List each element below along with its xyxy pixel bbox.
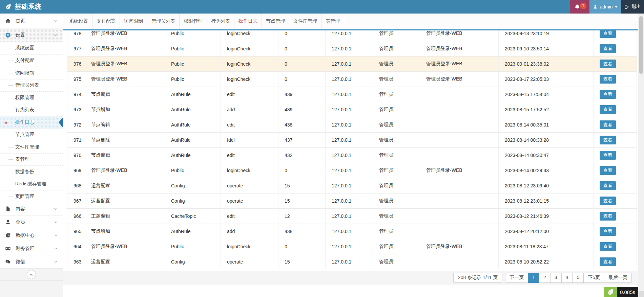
view-button[interactable]: 查看: [600, 105, 616, 114]
tree-connector: [8, 61, 13, 61]
col-node-type: Public: [165, 163, 221, 178]
col-operator: 管理员: [373, 178, 420, 193]
col-action: operate: [221, 193, 278, 209]
sidebar-item-file-library[interactable]: 文件库管理: [0, 141, 63, 153]
view-button[interactable]: 查看: [600, 90, 616, 99]
col-remark: 管理员登录-WEB: [420, 56, 499, 72]
tree-connector: [8, 197, 13, 197]
sidebar-item-data-backup[interactable]: 数据备份: [0, 165, 63, 178]
sidebar-item-behavior-list[interactable]: 行为列表: [0, 104, 63, 116]
col-node-type: Config: [165, 254, 221, 269]
tree-connector: [8, 85, 13, 86]
view-button[interactable]: 查看: [600, 166, 616, 175]
sidebar-item-system-settings[interactable]: 系统设置: [0, 42, 63, 54]
sidebar-item-payment-config[interactable]: 支付配置: [0, 54, 63, 67]
sidebar-menu: 首页设置系统设置支付配置访问限制管理员列表权限管理行为列表»操作日志节点管理文件…: [0, 14, 63, 269]
table-row: 978管理员登录-WEBPublicloginCheck0127.0.0.1管理…: [67, 30, 637, 41]
col-action: edit: [221, 148, 278, 163]
view-button[interactable]: 查看: [600, 181, 616, 190]
tab-支付配置[interactable]: 支付配置: [92, 14, 120, 29]
collapse-sidebar-button[interactable]: «: [27, 270, 36, 279]
app-logo[interactable]: 基础系统: [0, 0, 42, 14]
col-record-id: 438: [278, 224, 326, 239]
table-row: 966主题编辑CacheTopicedit12127.0.0.1管理员2023-…: [67, 209, 637, 224]
col-view: 查看: [594, 117, 637, 133]
sidebar-item-home[interactable]: 首页: [0, 14, 63, 28]
view-button[interactable]: 查看: [600, 120, 616, 129]
col-time: 2023-08-10 20:52:22: [499, 254, 594, 269]
view-button[interactable]: 查看: [600, 30, 616, 38]
view-button[interactable]: 查看: [600, 151, 616, 160]
sidebar-item-table-management[interactable]: 表管理: [0, 153, 63, 166]
view-button[interactable]: 查看: [600, 227, 616, 236]
sidebar-item-label: Redis缓存管理: [15, 181, 46, 187]
col-ip: 127.0.0.1: [326, 148, 373, 163]
view-button[interactable]: 查看: [600, 197, 616, 205]
page-button-最后一页[interactable]: 最后一页: [604, 273, 632, 283]
chevron-down-icon: [54, 259, 58, 264]
scrollbar-thumb[interactable]: [639, 16, 643, 74]
tab-访问限制[interactable]: 访问限制: [120, 14, 147, 29]
view-button[interactable]: 查看: [600, 136, 616, 144]
col-time: 2023-08-15 17:52:52: [499, 102, 594, 117]
user-menu-button[interactable]: admin: [589, 0, 621, 14]
tab-系统设置[interactable]: 系统设置: [65, 14, 92, 29]
member-icon: [5, 219, 11, 225]
view-button[interactable]: 查看: [600, 60, 616, 68]
col-id: 966: [67, 209, 85, 224]
sidebar-item-page-management[interactable]: 页面管理: [0, 190, 63, 203]
sidebar-item-node-management[interactable]: 节点管理: [0, 129, 63, 141]
view-button[interactable]: 查看: [600, 212, 616, 221]
tab-管理员列表[interactable]: 管理员列表: [147, 14, 180, 29]
sidebar-item-data-center[interactable]: 数据中心: [0, 229, 63, 242]
view-button[interactable]: 查看: [600, 44, 616, 53]
page-button-下一页[interactable]: 下一页: [505, 273, 528, 283]
page-button-4[interactable]: 4: [561, 273, 573, 283]
tab-行为列表[interactable]: 行为列表: [207, 14, 234, 29]
col-action: fdel: [221, 133, 278, 148]
sidebar-item-operation-log[interactable]: »操作日志: [0, 116, 63, 129]
page-button-5[interactable]: 5: [572, 273, 584, 283]
col-remark: [420, 133, 499, 148]
table-row: 971节点删除AuthRulefdel437127.0.0.1管理员2023-0…: [67, 133, 637, 148]
col-view: 查看: [594, 30, 637, 41]
tab-操作日志[interactable]: 操作日志: [234, 14, 262, 29]
page-button-2[interactable]: 2: [539, 273, 550, 283]
col-operator: 管理员: [373, 133, 420, 148]
col-record-id: 15: [278, 193, 326, 209]
view-button[interactable]: 查看: [600, 257, 616, 266]
sidebar-item-admin-list[interactable]: 管理员列表: [0, 79, 63, 92]
col-node-type: Public: [165, 30, 221, 41]
col-id: 978: [67, 30, 85, 41]
tab-表管理[interactable]: 表管理: [321, 14, 344, 29]
notifications-button[interactable]: 1: [570, 0, 589, 14]
sidebar-item-wechat[interactable]: 微信: [0, 255, 63, 269]
active-item-arrow: [59, 118, 63, 127]
sidebar-item-members[interactable]: 会员: [0, 216, 63, 229]
sidebar-item-settings[interactable]: 设置: [0, 28, 63, 42]
tab-权限管理[interactable]: 权限管理: [180, 14, 207, 29]
tab-节点管理[interactable]: 节点管理: [262, 14, 289, 29]
col-action: loginCheck: [221, 72, 278, 87]
col-ip: 127.0.0.1: [326, 193, 373, 209]
sidebar-item-label: 操作日志: [15, 119, 34, 125]
page-button-3[interactable]: 3: [550, 273, 562, 283]
col-time: 2023-08-14 00:35:01: [499, 117, 594, 133]
view-button[interactable]: 查看: [600, 242, 616, 251]
col-time: 2023-08-14 00:30:47: [499, 148, 594, 163]
sidebar-item-access-limit[interactable]: 访问限制: [0, 67, 63, 79]
notification-badge: 1: [580, 3, 586, 9]
col-record-id: 0: [278, 41, 326, 56]
sidebar-item-label: 管理员列表: [15, 82, 39, 88]
tab-文件库管理[interactable]: 文件库管理: [289, 14, 321, 29]
sidebar-item-content[interactable]: 内容: [0, 203, 63, 216]
sidebar-item-permission-management[interactable]: 权限管理: [0, 91, 63, 104]
page-button-下5页[interactable]: 下5页: [583, 273, 604, 283]
view-button[interactable]: 查看: [600, 75, 616, 84]
logout-button[interactable]: 退出: [621, 0, 644, 14]
col-record-id: 0: [278, 56, 326, 72]
col-operator: 管理员: [373, 30, 420, 41]
sidebar-item-finance[interactable]: 财务管理: [0, 242, 63, 255]
sidebar-item-redis-cache[interactable]: Redis缓存管理: [0, 178, 63, 190]
page-button-1[interactable]: 1: [528, 273, 539, 283]
